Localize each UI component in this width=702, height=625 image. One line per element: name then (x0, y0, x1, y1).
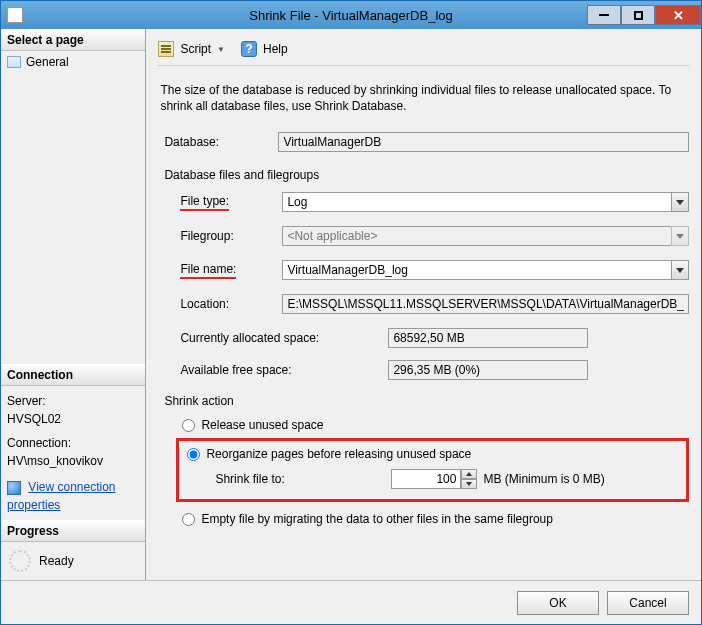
chevron-down-icon[interactable] (671, 192, 689, 212)
free-space-value: 296,35 MB (0%) (388, 360, 588, 380)
file-name-combo[interactable]: VirtualManagerDB_log (282, 260, 689, 280)
shrink-to-unit: MB (Minimum is 0 MB) (483, 472, 604, 486)
radio-release-label: Release unused space (201, 418, 323, 432)
connection-header: Connection (1, 364, 145, 386)
shrink-to-value[interactable]: 100 (391, 469, 461, 489)
allocated-space-label: Currently allocated space: (158, 331, 388, 345)
title-bar: Shrink File - VirtualManagerDB_log ✕ (1, 1, 701, 29)
file-name-label: File name: (158, 262, 282, 279)
filegroup-value: <Not applicable> (282, 226, 671, 246)
spinner-up-icon[interactable] (461, 469, 477, 479)
files-groups-label: Database files and filegroups (158, 168, 689, 182)
minimize-button[interactable] (587, 5, 621, 25)
server-label: Server: (7, 392, 139, 410)
database-label: Database: (158, 135, 278, 149)
spinner-down-icon[interactable] (461, 479, 477, 489)
filegroup-label: Filegroup: (158, 229, 282, 243)
file-name-value: VirtualManagerDB_log (282, 260, 671, 280)
connection-label: Connection: (7, 434, 139, 452)
script-icon (158, 41, 174, 57)
chevron-down-icon[interactable] (671, 260, 689, 280)
connection-info: Server: HVSQL02 Connection: HV\mso_knovi… (1, 386, 145, 520)
progress-spinner-icon (9, 550, 31, 572)
select-page-header: Select a page (1, 29, 145, 51)
radio-empty-file[interactable] (182, 513, 195, 526)
radio-empty-label: Empty file by migrating the data to othe… (201, 512, 553, 526)
server-value: HVSQL02 (7, 410, 139, 428)
maximize-button[interactable] (621, 5, 655, 25)
location-field: E:\MSSQL\MSSQL11.MSSQLSERVER\MSSQL\DATA\… (282, 294, 689, 314)
shrink-action-label: Shrink action (158, 394, 689, 408)
file-type-combo[interactable]: Log (282, 192, 689, 212)
help-button[interactable]: Help (263, 42, 288, 56)
filegroup-combo: <Not applicable> (282, 226, 689, 246)
ok-button[interactable]: OK (517, 591, 599, 615)
location-label: Location: (158, 297, 282, 311)
script-dropdown-icon[interactable]: ▼ (217, 45, 225, 54)
sidebar: Select a page General Connection Server:… (1, 29, 146, 580)
allocated-space-value: 68592,50 MB (388, 328, 588, 348)
connection-value: HV\mso_knovikov (7, 452, 139, 470)
free-space-label: Available free space: (158, 363, 388, 377)
window-buttons: ✕ (587, 5, 701, 25)
progress-text: Ready (39, 554, 74, 568)
shrink-to-label: Shrink file to: (215, 472, 385, 486)
view-connection-properties-link[interactable]: View connection properties (7, 480, 116, 512)
sidebar-item-general[interactable]: General (7, 55, 139, 69)
cancel-button[interactable]: Cancel (607, 591, 689, 615)
highlight-reorganize: Reorganize pages before releasing unused… (176, 438, 689, 502)
file-type-label: File type: (158, 194, 282, 211)
page-icon (7, 56, 21, 68)
chevron-down-icon (671, 226, 689, 246)
radio-reorganize[interactable] (187, 448, 200, 461)
dialog-footer: OK Cancel (1, 580, 701, 624)
dialog-shrink-file: Shrink File - VirtualManagerDB_log ✕ Sel… (0, 0, 702, 625)
file-type-value: Log (282, 192, 671, 212)
connection-icon (7, 481, 21, 495)
shrink-to-spinner[interactable]: 100 (391, 469, 477, 489)
page-label: General (26, 55, 69, 69)
script-button[interactable]: Script (180, 42, 211, 56)
close-button[interactable]: ✕ (655, 5, 701, 25)
toolbar: Script ▼ ? Help (158, 37, 689, 66)
radio-reorganize-label: Reorganize pages before releasing unused… (206, 447, 471, 461)
help-icon: ? (241, 41, 257, 57)
progress-header: Progress (1, 520, 145, 542)
progress-status: Ready (1, 542, 145, 580)
description-text: The size of the database is reduced by s… (160, 82, 687, 114)
radio-release-unused[interactable] (182, 419, 195, 432)
main-panel: Script ▼ ? Help The size of the database… (146, 29, 701, 580)
database-field: VirtualManagerDB (278, 132, 689, 152)
